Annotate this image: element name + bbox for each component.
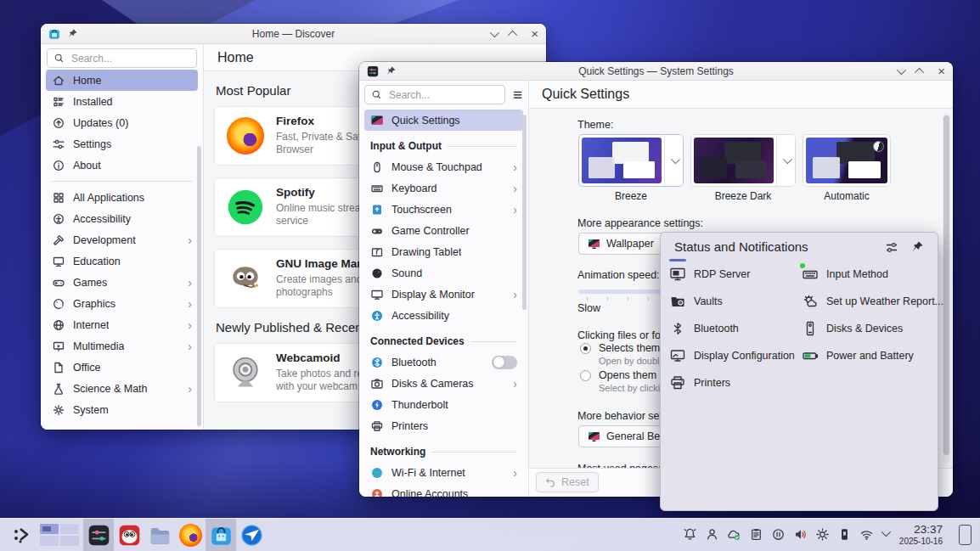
popup-item-vaults[interactable]: Vaults xyxy=(669,289,723,314)
sidebar-item-office[interactable]: Office xyxy=(46,357,198,378)
theme-dropdown-button[interactable] xyxy=(776,135,795,186)
desktop: Home — Discover × xyxy=(0,0,980,551)
sidebar-item-installed[interactable]: Installed xyxy=(46,91,198,112)
sidebar-item-games[interactable]: Games › xyxy=(46,272,198,293)
sidebar-item-display-monitor[interactable]: Display & Monitor › xyxy=(364,284,523,305)
task-file-manager[interactable] xyxy=(144,519,175,551)
sidebar-item-system[interactable]: System xyxy=(46,399,198,420)
radio-selects-label[interactable]: Selects them xyxy=(599,342,660,354)
settings-search[interactable] xyxy=(364,85,505,104)
close-button[interactable]: × xyxy=(531,27,538,40)
settings-search-input[interactable] xyxy=(387,88,498,102)
desktop-1[interactable] xyxy=(40,524,59,534)
search-input[interactable] xyxy=(70,52,190,65)
sidebar-item-drawing-tablet[interactable]: Drawing Tablet xyxy=(364,241,523,262)
device-icon[interactable] xyxy=(837,527,852,542)
desktop-2[interactable] xyxy=(60,524,79,534)
discover-search[interactable] xyxy=(47,48,197,68)
configure-sliders-icon[interactable] xyxy=(885,241,898,255)
popup-item-printers[interactable]: Printers xyxy=(669,370,730,396)
sidebar-item-about[interactable]: About xyxy=(46,155,198,176)
sidebar-item-bluetooth[interactable]: Bluetooth xyxy=(364,351,523,373)
sidebar-item-home[interactable]: Home xyxy=(46,70,198,91)
sidebar-item-keyboard[interactable]: Keyboard › xyxy=(364,177,523,199)
volume-icon[interactable] xyxy=(793,527,808,542)
theme-preview-breeze xyxy=(582,138,662,183)
sidebar-item-graphics[interactable]: Graphics › xyxy=(46,293,198,314)
brightness-icon[interactable] xyxy=(815,527,830,542)
digital-clock[interactable]: 23:37 2025-10-16 xyxy=(899,523,943,546)
maximize-button[interactable] xyxy=(508,30,517,39)
pin-icon[interactable] xyxy=(67,28,78,39)
sidebar-item-disks-cameras[interactable]: Disks & Cameras › xyxy=(364,373,523,394)
sidebar-item-multimedia[interactable]: Multimedia › xyxy=(46,335,198,357)
task-firefox[interactable] xyxy=(175,519,206,551)
sidebar-item-science-math[interactable]: Science & Math › xyxy=(46,378,198,399)
sidebar-item-quick-settings[interactable]: Quick Settings xyxy=(364,110,523,131)
theme-option-automatic[interactable] xyxy=(803,134,891,187)
app-launcher-button[interactable] xyxy=(8,519,36,551)
sidebar-item-thunderbolt[interactable]: Thunderbolt xyxy=(364,394,523,415)
theme-option-breeze[interactable] xyxy=(578,134,684,187)
notifications-icon[interactable] xyxy=(683,527,697,542)
sidebar-scrollbar[interactable] xyxy=(522,115,527,310)
sidebar-item-printers[interactable]: Printers xyxy=(364,415,523,436)
sidebar-item-online-accounts[interactable]: Online Accounts xyxy=(364,483,523,497)
task-red-face-app[interactable] xyxy=(114,519,144,551)
popup-item-power-battery[interactable]: Power and Battery xyxy=(802,343,914,368)
user-icon[interactable] xyxy=(705,527,719,542)
minimize-button[interactable] xyxy=(490,27,499,37)
wifi-icon[interactable] xyxy=(859,527,874,542)
discover-titlebar[interactable]: Home — Discover × xyxy=(41,24,546,44)
pin-icon[interactable] xyxy=(911,240,924,253)
popup-item-weather[interactable]: Set up Weather Report... xyxy=(802,289,943,314)
show-desktop-button[interactable] xyxy=(959,525,972,545)
sidebar-item-development[interactable]: Development › xyxy=(46,229,198,250)
desktop-3[interactable] xyxy=(40,536,59,546)
gamepad-icon xyxy=(370,224,384,238)
sidebar-item-education[interactable]: Education xyxy=(46,250,198,272)
close-button[interactable]: × xyxy=(938,65,945,77)
reset-button[interactable]: Reset xyxy=(536,472,599,492)
popup-item-bluetooth[interactable]: Bluetooth xyxy=(669,316,739,341)
task-discover[interactable] xyxy=(206,519,236,551)
desktop-4[interactable] xyxy=(60,536,79,546)
popup-item-disks-devices[interactable]: Disks & Devices xyxy=(802,316,903,341)
system-settings-titlebar[interactable]: Quick Settings — System Settings × xyxy=(359,62,953,81)
theme-dropdown-button[interactable] xyxy=(664,135,683,186)
sidebar-item-sound[interactable]: Sound xyxy=(364,262,523,284)
radio-opens-label[interactable]: Opens them xyxy=(599,369,656,381)
theme-option-breeze-dark[interactable] xyxy=(690,134,796,187)
sidebar-item-accessibility[interactable]: Accessibility xyxy=(46,208,198,229)
sidebar-item-touchscreen[interactable]: Touchscreen › xyxy=(364,199,523,220)
sidebar-item-settings[interactable]: Settings xyxy=(46,133,198,155)
virtual-desktop-pager[interactable] xyxy=(40,524,79,546)
bluetooth-toggle[interactable] xyxy=(492,356,517,369)
content-scrollbar[interactable] xyxy=(943,114,950,464)
expand-tray-icon[interactable] xyxy=(881,527,891,537)
minimize-button[interactable] xyxy=(897,65,906,74)
popup-item-input-method[interactable]: Input Method xyxy=(802,261,888,287)
task-system-settings[interactable] xyxy=(83,519,114,551)
sidebar-section-title: Input & Output xyxy=(370,136,517,156)
maximize-button[interactable] xyxy=(915,67,924,76)
menu-button[interactable]: ≡ xyxy=(512,87,523,103)
clipboard-icon[interactable] xyxy=(749,527,763,542)
task-falkon[interactable] xyxy=(236,519,267,551)
cloud-sync-icon[interactable] xyxy=(727,527,741,542)
sidebar-item-accessibility[interactable]: Accessibility xyxy=(364,305,523,326)
system-settings-app-icon xyxy=(87,524,110,547)
radio-selects-them[interactable] xyxy=(580,343,591,354)
sidebar-item-all-applications[interactable]: All Applications xyxy=(46,187,198,208)
sidebar-item-wifi-internet[interactable]: Wi-Fi & Internet › xyxy=(364,462,523,483)
popup-item-rdp-server[interactable]: RDP Server xyxy=(669,261,750,287)
popup-item-display-configuration[interactable]: Display Configuration xyxy=(669,343,795,368)
radio-opens-them[interactable] xyxy=(580,370,591,381)
sidebar-scrollbar[interactable] xyxy=(197,146,201,426)
sidebar-item-internet[interactable]: Internet › xyxy=(46,314,198,335)
sidebar-item-mouse-touchpad[interactable]: Mouse & Touchpad › xyxy=(364,156,523,177)
sidebar-item-updates[interactable]: Updates (0) xyxy=(46,112,198,133)
pin-icon[interactable] xyxy=(386,65,397,76)
sidebar-item-game-controller[interactable]: Game Controller xyxy=(364,220,523,241)
media-pause-icon[interactable] xyxy=(771,527,786,542)
